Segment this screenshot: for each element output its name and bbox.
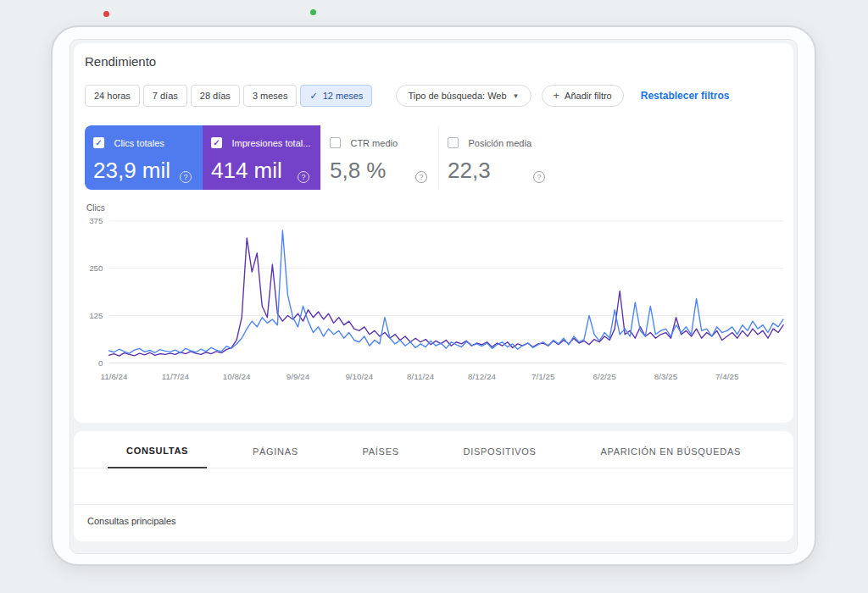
table-header-row: Consultas principales — [74, 504, 793, 537]
search-console-screen: Rendimiento 24 horas 7 días 28 días 3 me… — [70, 39, 798, 554]
metric-card-impresiones-totales[interactable]: ✓ Impresiones total... 414 mil ? — [203, 125, 320, 190]
svg-text:9/10/24: 9/10/24 — [345, 372, 373, 381]
svg-text:11/7/24: 11/7/24 — [162, 372, 190, 381]
filter-bar: 24 horas 7 días 28 días 3 meses ✓ 12 mes… — [85, 85, 782, 107]
svg-text:10/8/24: 10/8/24 — [223, 372, 251, 381]
dimension-tabs: CONSULTAS PÁGINAS PAÍSES DISPOSITIVOS AP… — [74, 431, 793, 468]
metric-card-label: Clics totales — [114, 138, 164, 148]
plus-icon: + — [554, 89, 560, 102]
tab-aparicion-en-busquedas[interactable]: APARICIÓN EN BÚSQUEDAS — [581, 432, 760, 468]
date-chip-label: 12 meses — [323, 91, 364, 101]
tablet-device-frame: Rendimiento 24 horas 7 días 28 días 3 me… — [51, 25, 816, 566]
svg-text:8/11/24: 8/11/24 — [407, 372, 435, 381]
date-chip-12-meses[interactable]: ✓ 12 meses — [300, 85, 372, 107]
tab-dispositivos[interactable]: DISPOSITIVOS — [445, 432, 555, 468]
search-type-dropdown[interactable]: Tipo de búsqueda: Web ▼ — [396, 85, 531, 107]
metric-card-label: CTR medio — [350, 138, 398, 148]
decor-dot-red — [103, 11, 109, 17]
checkbox-checked-icon[interactable]: ✓ — [211, 137, 222, 148]
metric-card-posicion-media[interactable]: Posición media 22,3 ? — [438, 125, 556, 190]
tabs-content-spacer — [74, 468, 793, 504]
tab-paginas[interactable]: PÁGINAS — [234, 432, 317, 468]
metric-cards: ✓ Clics totales 23,9 mil ? ✓ Impresiones… — [85, 125, 782, 190]
date-chip-24-horas[interactable]: 24 horas — [85, 85, 140, 107]
date-chip-28-dias[interactable]: 28 días — [191, 85, 240, 107]
performance-panel: Rendimiento 24 horas 7 días 28 días 3 me… — [74, 43, 793, 423]
performance-chart: Clics 012525037511/6/2411/7/2410/8/249/9… — [79, 203, 788, 391]
svg-text:6/2/25: 6/2/25 — [593, 372, 616, 381]
svg-text:9/9/24: 9/9/24 — [287, 372, 310, 381]
metric-card-value: 22,3 — [448, 158, 548, 184]
metric-card-clics-totales[interactable]: ✓ Clics totales 23,9 mil ? — [85, 125, 203, 190]
tab-paises[interactable]: PAÍSES — [344, 432, 418, 468]
svg-text:250: 250 — [89, 263, 103, 273]
help-icon[interactable]: ? — [298, 171, 309, 183]
svg-text:375: 375 — [89, 216, 103, 225]
chart-y-axis-label: Clics — [79, 203, 788, 213]
dimensions-panel: CONSULTAS PÁGINAS PAÍSES DISPOSITIVOS AP… — [74, 431, 793, 541]
search-type-label: Tipo de búsqueda: Web — [408, 91, 506, 101]
caret-down-icon: ▼ — [513, 92, 520, 100]
table-title: Consultas principales — [87, 516, 176, 526]
metric-card-value: 414 mil — [211, 158, 312, 184]
svg-text:0: 0 — [98, 358, 103, 368]
decor-dot-green — [310, 9, 316, 15]
date-chip-7-dias[interactable]: 7 días — [143, 85, 187, 107]
svg-text:7/1/25: 7/1/25 — [531, 372, 555, 381]
metric-card-label: Impresiones total... — [231, 138, 310, 148]
checkbox-unchecked-icon[interactable] — [330, 137, 341, 148]
check-icon: ✓ — [309, 91, 317, 102]
metric-card-label: Posición media — [468, 138, 531, 148]
add-filter-button[interactable]: + Añadir filtro — [542, 85, 624, 107]
add-filter-label: Añadir filtro — [565, 91, 612, 101]
tab-consultas[interactable]: CONSULTAS — [108, 431, 207, 468]
metric-card-value: 23,9 mil — [93, 158, 194, 184]
checkbox-unchecked-icon[interactable] — [448, 137, 459, 148]
date-chip-label: 28 días — [200, 91, 231, 101]
date-chip-3-meses[interactable]: 3 meses — [243, 85, 298, 107]
svg-text:11/6/24: 11/6/24 — [100, 372, 128, 381]
reset-filters-link[interactable]: Restablecer filtros — [641, 90, 730, 102]
page-title: Rendimiento — [74, 43, 793, 69]
help-icon[interactable]: ? — [180, 171, 192, 183]
performance-chart-svg: 012525037511/6/2411/7/2410/8/249/9/249/1… — [79, 214, 788, 391]
checkbox-checked-icon[interactable]: ✓ — [93, 137, 104, 148]
date-chip-label: 24 horas — [94, 91, 131, 101]
svg-text:7/4/25: 7/4/25 — [715, 372, 739, 381]
date-chip-label: 3 meses — [253, 91, 288, 101]
metric-card-ctr-medio[interactable]: CTR medio 5,8 % ? — [320, 125, 438, 190]
date-chip-label: 7 días — [153, 91, 178, 101]
svg-text:125: 125 — [89, 311, 103, 320]
help-icon[interactable]: ? — [415, 171, 427, 183]
metric-card-value: 5,8 % — [330, 158, 430, 184]
help-icon[interactable]: ? — [533, 171, 545, 183]
svg-text:8/3/25: 8/3/25 — [654, 372, 678, 381]
svg-text:8/12/24: 8/12/24 — [468, 372, 496, 381]
